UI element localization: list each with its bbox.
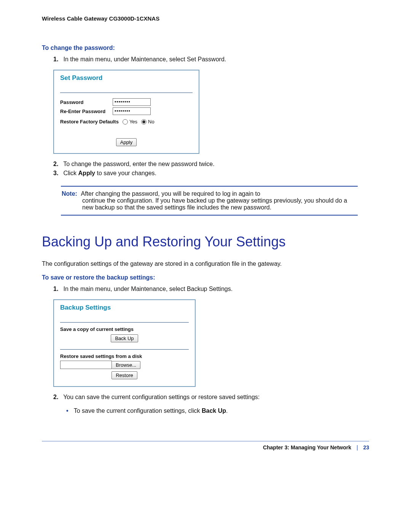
backup-settings-panel: Backup Settings Save a copy of current s…: [53, 299, 196, 387]
step-number: 1.: [53, 56, 62, 63]
set-password-panel: Set Password Password Re-Enter Password …: [53, 70, 199, 154]
step-text: In the main menu, under Maintenance, sel…: [63, 56, 226, 62]
step-item: 2. To change the password, enter the new…: [53, 161, 369, 168]
option-label: No: [148, 119, 155, 125]
step-text: Click Apply to save your changes.: [63, 170, 156, 176]
step-text: In the main menu, under Maintenance, sel…: [63, 286, 233, 292]
step-number: 3.: [53, 170, 62, 177]
step-item: 2. You can save the current configuratio…: [53, 394, 369, 401]
browse-button[interactable]: Browse...: [112, 361, 140, 369]
panel-title: Backup Settings: [60, 304, 189, 312]
note-callout: Note: After changing the password, you w…: [61, 186, 358, 216]
step-number: 2.: [53, 394, 62, 401]
step-number: 2.: [53, 161, 62, 168]
save-settings-label: Save a copy of current settings: [60, 326, 189, 332]
step-text: You can save the current configuration s…: [63, 394, 260, 400]
restore-file-input[interactable]: [60, 361, 112, 369]
restore-defaults-label: Restore Factory Defaults: [60, 119, 119, 125]
note-text-first: After changing the password, you will be…: [81, 190, 260, 197]
password-input[interactable]: [113, 98, 151, 106]
option-label: Yes: [129, 119, 137, 125]
password-label: Password: [60, 99, 109, 105]
step-item: 3. Click Apply to save your changes.: [53, 170, 369, 177]
footer-chapter: Chapter 3: Managing Your Network: [263, 444, 351, 451]
radio-icon: [123, 119, 128, 125]
backup-button[interactable]: Back Up: [111, 334, 138, 342]
backup-intro-text: The configuration settings of the gatewa…: [42, 260, 369, 267]
note-text: continue the configuration. If you have …: [82, 197, 357, 211]
restore-no-option[interactable]: No: [141, 119, 155, 125]
step-item: 1. In the main menu, under Maintenance, …: [53, 286, 369, 292]
panel-title: Set Password: [60, 74, 193, 82]
step-item: 1. In the main menu, under Maintenance, …: [53, 56, 369, 63]
page-footer: Chapter 3: Managing Your Network | 23: [42, 444, 369, 451]
footer-separator: [42, 441, 369, 441]
apply-button[interactable]: Apply: [116, 138, 137, 146]
radio-icon: [141, 119, 147, 125]
reenter-password-input[interactable]: [113, 107, 151, 115]
step-text: To change the password, enter the new pa…: [63, 161, 215, 167]
change-password-heading: To change the password:: [42, 45, 369, 51]
section-heading-backup: Backing Up and Restoring Your Settings: [42, 234, 369, 250]
reenter-password-label: Re-Enter Password: [60, 109, 109, 114]
footer-page-number: 23: [363, 444, 369, 451]
backup-subtitle: To save or restore the backup settings:: [42, 274, 369, 281]
restore-settings-label: Restore saved settings from a disk: [60, 353, 189, 359]
bullet-item: To save the current configuration settin…: [66, 407, 369, 414]
restore-button[interactable]: Restore: [112, 371, 137, 379]
step-number: 1.: [53, 286, 62, 292]
document-product-title: Wireless Cable Gateway CG3000D-1CXNAS: [42, 15, 369, 22]
note-label: Note:: [62, 190, 77, 197]
restore-yes-option[interactable]: Yes: [123, 119, 137, 125]
footer-separator-bar: |: [357, 444, 358, 451]
